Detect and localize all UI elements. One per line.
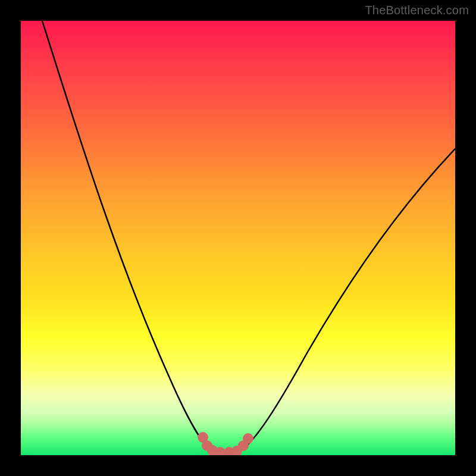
watermark-text: TheBottleneck.com xyxy=(365,4,469,17)
curve-layer xyxy=(21,21,455,455)
curve-right xyxy=(241,149,455,450)
trough-markers xyxy=(198,432,253,455)
chart-frame: TheBottleneck.com xyxy=(0,0,476,476)
svg-point-7 xyxy=(243,433,253,444)
curve-left xyxy=(42,21,211,450)
plot-area xyxy=(21,21,455,455)
